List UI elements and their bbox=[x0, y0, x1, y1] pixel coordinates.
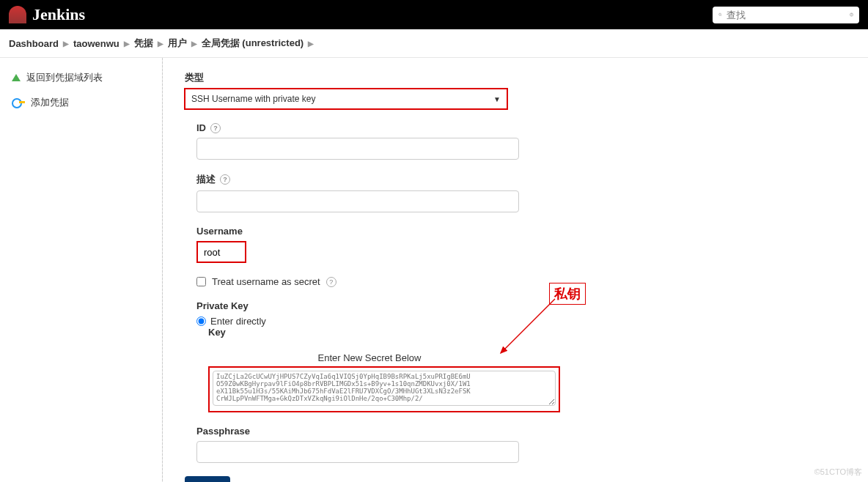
search-box[interactable] bbox=[713, 7, 859, 23]
chevron-right-icon: ▶ bbox=[124, 40, 130, 48]
breadcrumb-item[interactable]: taowenwu bbox=[73, 38, 119, 49]
sidebar-item-label: 返回到凭据域列表 bbox=[26, 71, 103, 84]
sidebar-item-label: 添加凭据 bbox=[31, 96, 69, 109]
chevron-right-icon: ▶ bbox=[191, 40, 197, 48]
help-icon[interactable] bbox=[850, 10, 853, 20]
breadcrumb-item[interactable]: 全局凭据 (unrestricted) bbox=[202, 37, 304, 50]
breadcrumb-item[interactable]: Dashboard bbox=[9, 38, 59, 49]
search-input[interactable] bbox=[727, 10, 850, 21]
app-header: Jenkins bbox=[0, 0, 868, 29]
arrow-up-icon bbox=[12, 74, 21, 81]
breadcrumb-item[interactable]: 凭据 bbox=[134, 37, 153, 50]
username-input[interactable] bbox=[196, 241, 246, 263]
breadcrumb: Dashboard ▶ taowenwu ▶ 凭据 ▶ 用户 ▶ 全局凭据 (u… bbox=[0, 29, 868, 58]
chevron-down-icon: ▼ bbox=[493, 95, 501, 103]
id-input[interactable] bbox=[196, 138, 519, 160]
sidebar-item-back[interactable]: 返回到凭据域列表 bbox=[0, 65, 162, 90]
key-label: Key bbox=[208, 327, 846, 338]
form-panel: 类型 SSH Username with private key ▼ ID ? … bbox=[162, 58, 868, 482]
brand-name: Jenkins bbox=[32, 5, 85, 24]
treat-secret-checkbox[interactable] bbox=[196, 277, 206, 286]
type-select[interactable]: SSH Username with private key ▼ bbox=[185, 89, 507, 109]
key-icon bbox=[12, 98, 25, 107]
passphrase-label: Passphrase bbox=[196, 426, 846, 437]
secret-header: Enter New Secret Below bbox=[208, 352, 531, 363]
type-select-value: SSH Username with private key bbox=[191, 94, 315, 104]
secret-textarea[interactable] bbox=[213, 371, 556, 406]
enter-directly-label: Enter directly bbox=[210, 316, 266, 327]
private-key-label: Private Key bbox=[196, 300, 846, 311]
chevron-right-icon: ▶ bbox=[158, 40, 163, 48]
annotation-label: 私钥 bbox=[549, 283, 586, 305]
svg-line-1 bbox=[721, 15, 721, 16]
chevron-right-icon: ▶ bbox=[308, 40, 314, 48]
id-label: ID ? bbox=[196, 122, 846, 133]
desc-label: 描述 ? bbox=[196, 173, 846, 186]
username-label: Username bbox=[196, 226, 846, 237]
search-icon bbox=[718, 10, 722, 20]
submit-button[interactable]: 确定 bbox=[185, 476, 230, 482]
help-icon[interactable]: ? bbox=[326, 277, 336, 287]
jenkins-logo-icon bbox=[9, 6, 26, 23]
passphrase-input[interactable] bbox=[196, 441, 519, 463]
sidebar-item-add[interactable]: 添加凭据 bbox=[0, 90, 162, 115]
type-label: 类型 bbox=[185, 71, 846, 84]
svg-point-0 bbox=[719, 13, 721, 15]
treat-secret-row: Treat username as secret ? bbox=[196, 276, 846, 287]
enter-directly-row: Enter directly bbox=[196, 316, 846, 327]
breadcrumb-item[interactable]: 用户 bbox=[168, 37, 187, 50]
sidebar: 返回到凭据域列表 添加凭据 bbox=[0, 58, 163, 482]
chevron-right-icon: ▶ bbox=[63, 40, 69, 48]
treat-secret-label: Treat username as secret bbox=[212, 276, 320, 287]
help-icon[interactable]: ? bbox=[210, 123, 221, 133]
watermark: ©51CTO博客 bbox=[814, 467, 862, 478]
help-icon[interactable]: ? bbox=[220, 174, 230, 185]
enter-directly-radio[interactable] bbox=[196, 316, 206, 326]
desc-input[interactable] bbox=[196, 190, 519, 212]
secret-highlight bbox=[208, 366, 560, 412]
